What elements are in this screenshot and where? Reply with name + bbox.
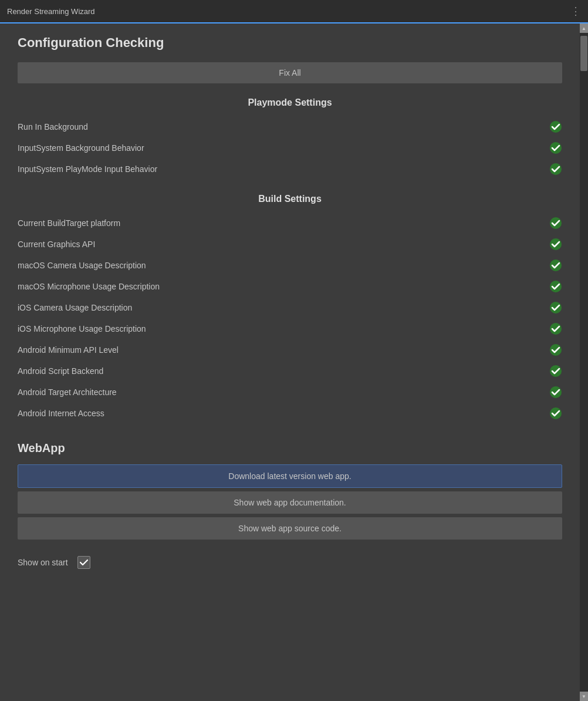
build-section-title: Build Settings [18,194,562,204]
window-title: Render Streaming Wizard [7,7,95,16]
setting-label: InputSystem Background Behavior [18,143,144,153]
show-on-start-checkbox[interactable] [77,556,90,569]
setting-ios-camera: iOS Camera Usage Description [18,297,562,318]
show-on-start-label: Show on start [18,558,68,567]
scrollbar-down-button[interactable]: ▼ [580,692,588,701]
webapp-title: WebApp [18,442,562,455]
setting-android-script-backend: Android Script Backend [18,360,562,382]
setting-macos-microphone: macOS Microphone Usage Description [18,276,562,297]
check-icon [549,407,562,420]
check-icon [549,120,562,133]
setting-android-min-api: Android Minimum API Level [18,339,562,360]
show-on-start-row: Show on start [18,556,562,569]
scrollbar: ▲ ▼ [580,23,588,701]
check-icon [549,386,562,399]
setting-label: Current BuildTarget platform [18,218,120,228]
check-icon [549,217,562,230]
check-icon [549,365,562,378]
check-icon [549,301,562,314]
scrollbar-up-button[interactable]: ▲ [580,23,588,33]
setting-macos-camera: macOS Camera Usage Description [18,255,562,276]
check-icon [549,280,562,293]
check-icon [549,343,562,356]
show-webapp-source-button[interactable]: Show web app source code. [18,517,562,540]
setting-label: iOS Camera Usage Description [18,303,132,312]
playmode-section-title: Playmode Settings [18,97,562,108]
download-webapp-button[interactable]: Download latest version web app. [18,464,562,488]
setting-ios-microphone: iOS Microphone Usage Description [18,318,562,339]
setting-label: Run In Background [18,122,88,132]
setting-label: Current Graphics API [18,240,95,249]
window: Render Streaming Wizard ⋮ Configuration … [0,0,588,701]
check-icon [549,259,562,272]
setting-buildtarget: Current BuildTarget platform [18,213,562,234]
scrollbar-handle[interactable] [580,36,587,71]
check-icon [549,238,562,251]
fix-all-button[interactable]: Fix All [18,62,562,83]
setting-label: macOS Microphone Usage Description [18,282,160,291]
setting-android-target-arch: Android Target Architecture [18,382,562,403]
setting-label: InputSystem PlayMode Input Behavior [18,164,157,174]
setting-label: Android Script Backend [18,366,103,376]
setting-run-in-background: Run In Background [18,116,562,137]
setting-android-internet-access: Android Internet Access [18,403,562,424]
setting-inputsystem-background: InputSystem Background Behavior [18,137,562,159]
menu-icon[interactable]: ⋮ [570,5,581,18]
main-content: Configuration Checking Fix All Playmode … [0,23,580,701]
scrollbar-track [580,33,588,692]
webapp-section: WebApp Download latest version web app. … [18,442,562,540]
check-icon [549,141,562,154]
title-bar: Render Streaming Wizard ⋮ [0,0,588,23]
setting-label: macOS Camera Usage Description [18,261,146,270]
setting-label: Android Target Architecture [18,387,117,397]
show-webapp-docs-button[interactable]: Show web app documentation. [18,491,562,514]
setting-label: iOS Microphone Usage Description [18,324,146,333]
setting-label: Android Internet Access [18,409,104,418]
build-section: Build Settings Current BuildTarget platf… [18,194,562,424]
page-title: Configuration Checking [18,35,562,50]
checkbox-check-icon [79,558,89,567]
check-icon [549,163,562,176]
playmode-section: Playmode Settings Run In Background Inpu… [18,97,562,180]
setting-inputsystem-playmode: InputSystem PlayMode Input Behavior [18,159,562,180]
setting-graphics-api: Current Graphics API [18,234,562,255]
setting-label: Android Minimum API Level [18,345,119,355]
check-icon [549,322,562,335]
